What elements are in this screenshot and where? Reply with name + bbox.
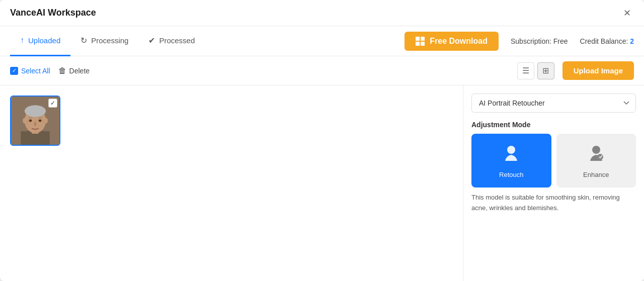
app-window: VanceAI Workspace ✕ ↑ Uploaded ↻ Process… [0,0,644,281]
toolbar: ✓ Select All 🗑 Delete ☰ ⊞ Upload Image [0,56,644,85]
retouch-icon [501,143,521,167]
processed-icon: ✔ [148,36,155,45]
grid-view-icon: ⊞ [542,66,549,75]
subscription-value: Free [553,37,568,45]
windows-icon [416,37,425,46]
mode-description: This model is suitable for smoothing ski… [471,193,636,214]
tab-processing-label: Processing [91,36,128,45]
svg-point-6 [23,118,27,124]
list-view-button[interactable]: ☰ [517,62,534,79]
list-view-icon: ☰ [522,66,529,75]
tab-processing[interactable]: ↻ Processing [70,26,138,56]
svg-point-5 [25,105,46,117]
select-all-wrap[interactable]: ✓ Select All [10,67,50,75]
grid-view-button[interactable]: ⊞ [537,62,554,79]
retouch-mode-card[interactable]: Retouch [471,134,551,188]
credit-label: Credit Balance: [580,37,628,45]
tab-uploaded[interactable]: ↑ Uploaded [10,26,70,56]
adjustment-section-title: Adjustment Mode [471,121,636,129]
upload-icon: ↑ [20,36,24,45]
header-area: ↑ Uploaded ↻ Processing ✔ Processed Free… [0,26,644,56]
svg-point-11 [592,146,600,154]
select-all-checkbox[interactable]: ✓ [10,67,18,75]
view-controls: ☰ ⊞ [517,62,554,79]
credit-info: Credit Balance: 2 [580,37,634,45]
close-button[interactable]: ✕ [620,6,634,20]
header-right: Free Download Subscription: Free Credit … [405,32,634,51]
tabs-container: ↑ Uploaded ↻ Processing ✔ Processed [10,26,405,56]
titlebar: VanceAI Workspace ✕ [0,0,644,26]
credit-value: 2 [630,37,634,45]
svg-point-7 [44,118,48,124]
delete-label: Delete [69,67,90,75]
adjustment-modes: Retouch Enhance [471,134,636,188]
sidebar: AI Portrait Retoucher AI Image Enhancer … [463,85,644,281]
image-grid: ✓ [10,96,453,146]
subscription-info: Subscription: Free [511,37,568,45]
free-download-label: Free Download [430,37,488,46]
thumbnail-checkbox[interactable]: ✓ [48,99,57,108]
image-thumbnail[interactable]: ✓ [10,96,60,146]
processing-icon: ↻ [80,36,87,45]
tab-processed[interactable]: ✔ Processed [138,26,205,56]
app-title: VanceAI Workspace [10,8,96,18]
tab-uploaded-label: Uploaded [28,36,60,45]
enhance-label: Enhance [583,171,609,178]
enhance-mode-card[interactable]: Enhance [556,134,636,188]
tool-selector[interactable]: AI Portrait Retoucher AI Image Enhancer … [471,93,636,113]
trash-icon: 🗑 [58,66,66,75]
svg-point-12 [597,154,603,160]
delete-button[interactable]: 🗑 Delete [58,66,90,75]
tab-processed-label: Processed [159,36,195,45]
svg-point-10 [507,146,515,154]
image-area: ✓ [0,85,463,281]
upload-image-label: Upload Image [574,66,623,75]
svg-point-8 [29,120,32,122]
subscription-label: Subscription: [511,37,551,45]
retouch-label: Retouch [499,171,523,178]
enhance-icon [586,143,606,167]
upload-image-button[interactable]: Upload Image [562,61,634,80]
select-all-label: Select All [21,67,50,75]
main-content: ✓ AI Portrait Retoucher AI Image Enhance… [0,85,644,281]
svg-point-9 [39,120,42,122]
free-download-button[interactable]: Free Download [405,32,499,51]
